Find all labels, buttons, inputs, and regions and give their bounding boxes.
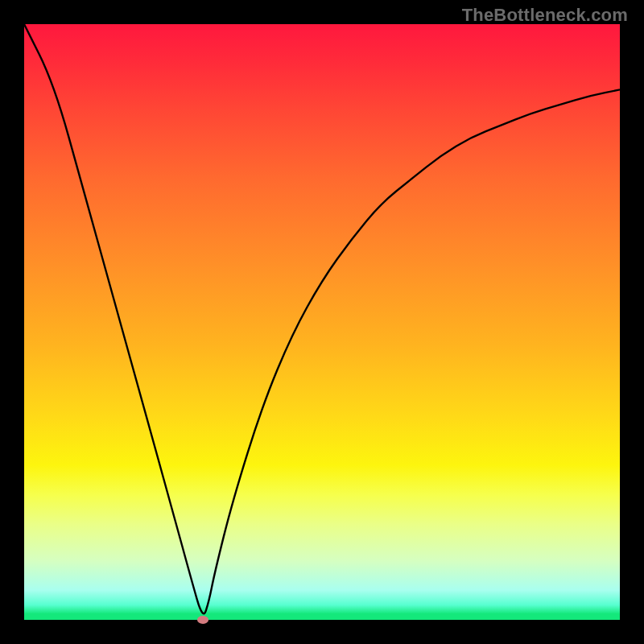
watermark-text: TheBottleneck.com [462, 5, 628, 26]
minimum-marker [197, 616, 208, 624]
bottleneck-curve [24, 24, 620, 620]
chart-frame: TheBottleneck.com [0, 0, 644, 644]
plot-area [24, 24, 620, 620]
curve-path [24, 24, 620, 613]
